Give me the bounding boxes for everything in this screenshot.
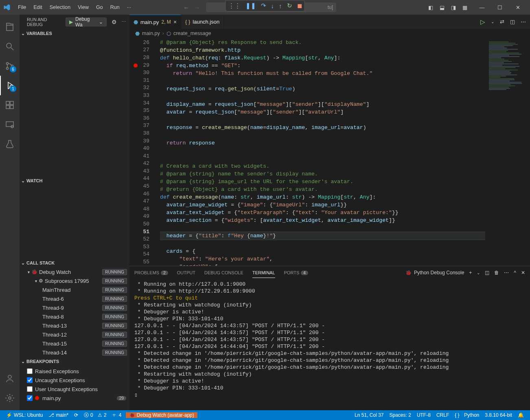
split-terminal-icon[interactable]: ◫: [485, 270, 489, 276]
status-python-interpreter[interactable]: 3.8.10 64-bit: [482, 412, 515, 418]
callstack-row[interactable]: ▾⚙Subprocess 17995RUNNING: [20, 276, 129, 285]
panel-tab-output[interactable]: OUTPUT: [177, 268, 195, 278]
callstack-row[interactable]: Thread-9RUNNING: [20, 303, 129, 312]
status-remote[interactable]: ⚡WSL: Ubuntu: [3, 412, 46, 418]
callstack-row[interactable]: MainThreadRUNNING: [20, 285, 129, 294]
nav-back-icon[interactable]: ←: [183, 4, 189, 11]
menu-item-···[interactable]: ···: [124, 3, 134, 12]
editor-gutter[interactable]: 2627282930313233343536373839404142434445…: [129, 38, 160, 266]
breakpoint-checkbox[interactable]: [27, 368, 33, 374]
close-icon[interactable]: ×: [173, 19, 177, 25]
breakpoint-checkbox[interactable]: [27, 395, 33, 401]
callstack-row[interactable]: Thread-15RUNNING: [20, 339, 129, 348]
callstack-row[interactable]: Thread-12RUNNING: [20, 330, 129, 339]
new-terminal-icon[interactable]: +: [469, 270, 472, 276]
step-over-icon[interactable]: ↷: [261, 2, 266, 9]
more-icon[interactable]: ⋯: [122, 19, 126, 24]
gear-icon[interactable]: ⚙: [112, 19, 117, 25]
layout-sidebar-left-icon[interactable]: ◧: [428, 4, 433, 11]
status-encoding[interactable]: UTF-8: [414, 412, 434, 418]
panel-maximize-icon[interactable]: ^: [514, 270, 516, 276]
compare-changes-icon[interactable]: ⇄: [500, 19, 504, 25]
step-out-icon[interactable]: ↑: [279, 2, 282, 9]
activity-remote[interactable]: [0, 115, 20, 134]
status-branch[interactable]: ⎇main*: [46, 412, 71, 418]
activity-source-control[interactable]: 6: [0, 56, 20, 76]
breakpoint-row[interactable]: Raised Exceptions: [20, 367, 129, 376]
grip-icon[interactable]: ⋮⋮: [228, 2, 241, 9]
status-eol[interactable]: CRLF: [434, 412, 452, 418]
trash-icon[interactable]: 🗑: [494, 270, 499, 276]
status-notifications[interactable]: 🔔: [515, 412, 527, 418]
activity-search[interactable]: [0, 37, 20, 56]
panel-tab-problems[interactable]: PROBLEMS2: [134, 268, 168, 278]
callstack-row[interactable]: ▾🐞Debug WatchRUNNING: [20, 267, 129, 276]
chevron-down-icon[interactable]: ⌄: [491, 20, 494, 24]
minimap[interactable]: [485, 38, 530, 266]
run-file-icon[interactable]: ▷: [480, 18, 485, 26]
pause-icon[interactable]: ❚❚: [245, 2, 256, 9]
status-sync[interactable]: ⟳: [71, 412, 81, 418]
more-icon[interactable]: ⋯: [521, 19, 526, 25]
menu-item-file[interactable]: File: [15, 3, 29, 12]
terminal-profile-select[interactable]: 🐞 Python Debug Console: [405, 270, 464, 276]
nav-forward-icon[interactable]: →: [194, 4, 200, 11]
editor-content[interactable]: # @param {Object} res Response to send b…: [160, 38, 485, 266]
debug-config-select[interactable]: ▶ Debug Wa ⌄: [66, 18, 107, 26]
status-ports[interactable]: ᯤ4: [110, 412, 125, 418]
tab-main.py[interactable]: ⬣main.py2, M×: [129, 15, 181, 29]
section-variables[interactable]: ⌄VARIABLES: [20, 29, 129, 38]
layout-sidebar-right-icon[interactable]: ◨: [451, 4, 456, 11]
restart-icon[interactable]: ↻: [287, 2, 292, 9]
panel-tab-terminal[interactable]: TERMINAL: [252, 268, 275, 278]
callstack-row[interactable]: Thread-8RUNNING: [20, 312, 129, 321]
status-debug-session[interactable]: 🐞 Debug Watch (avatar-app): [126, 412, 197, 418]
layout-panel-icon[interactable]: ⬓: [440, 4, 445, 11]
status-language[interactable]: { } Python: [452, 412, 482, 418]
svg-point-0: [7, 43, 11, 48]
panel-tab-debug-console[interactable]: DEBUG CONSOLE: [204, 268, 243, 278]
split-editor-icon[interactable]: ◫: [510, 19, 515, 25]
breakpoint-row[interactable]: User Uncaught Exceptions: [20, 385, 129, 394]
activity-testing[interactable]: [0, 134, 20, 154]
tab-launch.json[interactable]: { }launch.json: [181, 15, 224, 29]
section-watch[interactable]: ⌄WATCH: [20, 176, 129, 185]
section-callstack[interactable]: ⌄CALL STACK: [20, 258, 129, 267]
status-cursor-pos[interactable]: Ln 51, Col 37: [352, 412, 386, 418]
callstack-row[interactable]: Thread-14RUNNING: [20, 348, 129, 357]
callstack-row[interactable]: Thread-6RUNNING: [20, 294, 129, 303]
breakpoint-row[interactable]: main.py29: [20, 394, 129, 402]
activity-explorer[interactable]: [0, 17, 20, 37]
terminal-content[interactable]: * Running on http://127.0.0.1:9000 * Run…: [129, 279, 530, 410]
menu-item-run[interactable]: Run: [107, 3, 123, 12]
stop-icon[interactable]: ◼: [297, 2, 302, 9]
menu-item-go[interactable]: Go: [93, 3, 106, 12]
activity-accounts[interactable]: [0, 369, 20, 388]
svg-rect-8: [10, 105, 13, 109]
sidebar-title: RUN AND DEBUG: [27, 17, 62, 27]
close-window-button[interactable]: ✕: [509, 0, 527, 15]
minimize-button[interactable]: —: [473, 0, 491, 15]
breadcrumb[interactable]: ⬣ main.py › ⬡ create_message: [129, 29, 530, 38]
menu-item-view[interactable]: View: [74, 3, 92, 12]
section-breakpoints[interactable]: ⌄BREAKPOINTS: [20, 357, 129, 366]
maximize-button[interactable]: ☐: [491, 0, 509, 15]
status-indent[interactable]: Spaces: 2: [387, 412, 414, 418]
breakpoint-row[interactable]: Uncaught Exceptions: [20, 376, 129, 385]
callstack-row[interactable]: Thread-13RUNNING: [20, 321, 129, 330]
more-icon[interactable]: ⋯: [504, 270, 509, 276]
status-problems[interactable]: ⓧ0 ⚠2: [81, 412, 110, 419]
breakpoint-checkbox[interactable]: [27, 377, 33, 383]
activity-settings[interactable]: [0, 388, 20, 408]
chevron-down-icon[interactable]: ⌄: [477, 271, 480, 275]
breakpoint-dot-icon[interactable]: [134, 63, 138, 68]
step-into-icon[interactable]: ↓: [271, 2, 274, 9]
panel-tab-ports[interactable]: PORTS4: [284, 268, 308, 278]
panel-close-icon[interactable]: ✕: [521, 270, 525, 276]
menu-item-edit[interactable]: Edit: [30, 3, 46, 12]
activity-debug[interactable]: 1: [0, 76, 20, 95]
layout-customize-icon[interactable]: ▦: [462, 4, 467, 11]
activity-extensions[interactable]: [0, 95, 20, 115]
breakpoint-checkbox[interactable]: [27, 386, 33, 392]
menu-item-selection[interactable]: Selection: [46, 3, 74, 12]
